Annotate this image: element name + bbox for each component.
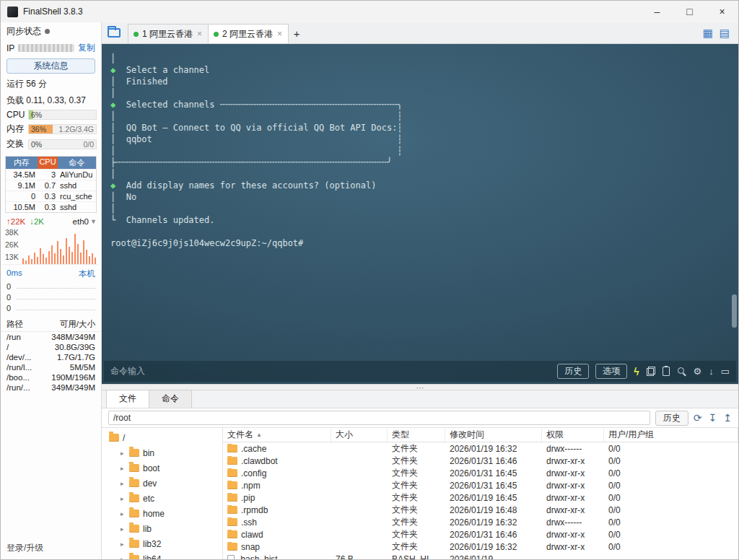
paste-icon[interactable] — [663, 367, 670, 376]
history-button[interactable]: 历史 — [557, 364, 589, 379]
process-row[interactable]: 9.1M0.7sshd — [6, 180, 96, 191]
command-input[interactable]: 命令输入 — [110, 365, 551, 377]
cpu-meter: 6% — [28, 110, 97, 120]
process-row[interactable]: 00.3rcu_sche — [6, 191, 96, 201]
refresh-icon[interactable]: ⟳ — [694, 412, 702, 424]
file-row[interactable]: .rpmdb文件夹2026/01/19 16:48drwxr-xr-x0/0 — [223, 504, 738, 516]
col-type[interactable]: 类型 — [388, 428, 445, 442]
disk-row[interactable]: /dev/...1.7G/1.7G — [1, 352, 101, 362]
layout-rows-icon[interactable]: ▤ — [720, 27, 730, 40]
tree-item-lib[interactable]: ▸lib — [102, 521, 222, 536]
uptime-row: 运行 56 分 — [1, 75, 101, 92]
options-button[interactable]: 选项 — [595, 364, 627, 379]
tree-item-label: etc — [143, 494, 154, 504]
file-row[interactable]: snap文件夹2026/01/19 16:32drwxr-xr-x0/0 — [223, 541, 738, 553]
tree-item-dev[interactable]: ▸dev — [102, 476, 222, 491]
ping-target[interactable]: 本机 — [79, 268, 95, 279]
file-row[interactable]: .clawdbot文件夹2026/01/31 16:46drwxr-xr-x0/… — [223, 455, 738, 467]
quick-command-bolt-icon[interactable]: ϟ — [634, 366, 639, 377]
col-mtime[interactable]: 修改时间 — [445, 428, 542, 442]
tree-expand-chevron-icon[interactable]: ▸ — [121, 556, 126, 560]
panel-splitter[interactable]: ⋯ — [102, 384, 738, 390]
disk-col-path[interactable]: 路径 — [6, 319, 23, 330]
disk-row[interactable]: /run/...349M/349M — [1, 382, 101, 393]
col-size[interactable]: 大小 — [331, 428, 388, 442]
tree-expand-chevron-icon[interactable]: ▸ — [121, 450, 126, 457]
window-toggle-icon[interactable]: ▭ — [721, 366, 730, 377]
layout-grid-icon[interactable]: ▦ — [703, 27, 713, 40]
folder-icon — [227, 518, 237, 526]
process-col-cpu[interactable]: CPU — [38, 157, 58, 169]
process-row[interactable]: 10.5M0.3sshd — [6, 201, 96, 212]
tab-files[interactable]: 文件 — [106, 390, 149, 408]
close-button[interactable]: × — [706, 1, 738, 22]
maximize-button[interactable]: □ — [673, 1, 706, 22]
file-name: .pip — [241, 493, 255, 503]
tree-expand-chevron-icon[interactable]: ▸ — [121, 480, 126, 487]
download-icon[interactable]: ↓ — [709, 366, 714, 377]
tree-item-etc[interactable]: ▸etc — [102, 491, 222, 506]
file-row[interactable]: .npm文件夹2026/01/31 16:45drwxr-xr-x0/0 — [223, 479, 738, 491]
terminal-scrollbar-thumb[interactable] — [732, 294, 737, 328]
tree-expand-chevron-icon[interactable]: ▸ — [121, 525, 126, 533]
col-owner[interactable]: 用户/用户组 — [604, 428, 738, 442]
tab-close-icon[interactable]: × — [196, 29, 203, 39]
net-interface-select[interactable]: eth0 ▼ — [73, 217, 95, 226]
tab-commands[interactable]: 命令 — [149, 390, 192, 408]
disk-row[interactable]: /30.8G/39G — [1, 342, 101, 352]
disk-row[interactable]: /boo...190M/196M — [1, 372, 101, 382]
terminal-line: │ No — [110, 191, 738, 203]
login-upgrade-link[interactable]: 登录/升级 — [6, 542, 43, 554]
tree-item-lib64[interactable]: ▸lib64 — [102, 551, 222, 559]
file-row[interactable]: clawd文件夹2026/01/31 16:46drwxr-xr-x0/0 — [223, 528, 738, 541]
file-owner-cell: 0/0 — [604, 444, 738, 454]
col-filename[interactable]: 文件名▲ — [223, 428, 331, 442]
process-col-mem[interactable]: 内存 — [6, 157, 38, 169]
download-file-icon[interactable]: ↧ — [709, 412, 717, 424]
col-perm[interactable]: 权限 — [542, 428, 604, 442]
tree-item-home[interactable]: ▸home — [102, 506, 222, 521]
new-tab-button[interactable]: + — [288, 24, 305, 43]
file-row[interactable]: .bash_hist...76 BBASH_HI...2026/01/19 — [223, 553, 738, 559]
copy-ip-button[interactable]: 复制 — [78, 42, 95, 54]
path-input[interactable]: /root — [108, 411, 650, 425]
tree-item-label: lib — [143, 524, 152, 534]
connection-manager-folder-icon[interactable] — [108, 28, 121, 38]
path-history-button[interactable]: 历史 — [655, 411, 688, 426]
tree-item-label: lib32 — [143, 539, 161, 549]
tree-expand-chevron-icon[interactable]: ▸ — [121, 465, 126, 472]
session-tab-1[interactable]: 1 阿里云香港× — [128, 24, 209, 43]
file-row[interactable]: .config文件夹2026/01/31 16:45drwxr-xr-x0/0 — [223, 467, 738, 479]
gear-icon[interactable]: ⚙ — [694, 366, 702, 377]
tab-close-icon[interactable]: × — [276, 29, 283, 39]
tree-expand-chevron-icon[interactable]: ▸ — [121, 495, 126, 502]
uptime-text: 运行 56 分 — [6, 78, 47, 90]
process-row[interactable]: 34.5M3AliYunDu — [6, 169, 96, 180]
disk-col-size[interactable]: 可用/大小 — [60, 319, 95, 330]
terminal-output[interactable]: │◆ Select a channel│ Finished│◆ Selected… — [102, 44, 738, 361]
tree-item-boot[interactable]: ▸boot — [102, 460, 222, 476]
process-cell: rcu_sche — [58, 191, 96, 201]
minimize-button[interactable]: – — [641, 1, 673, 22]
tree-root-item[interactable]: / — [102, 430, 222, 445]
tree-item-bin[interactable]: ▸bin — [102, 445, 222, 460]
file-name-cell: .pip — [223, 493, 331, 503]
terminal-panel[interactable]: │◆ Select a channel│ Finished│◆ Selected… — [102, 44, 738, 384]
copy-icon[interactable] — [647, 367, 655, 376]
file-row[interactable]: .ssh文件夹2026/01/19 16:32drwx------0/0 — [223, 516, 738, 528]
terminal-scrollbar[interactable] — [731, 47, 738, 356]
disk-row[interactable]: /run348M/349M — [1, 332, 101, 342]
file-name-cell: .ssh — [223, 517, 331, 528]
upload-file-icon[interactable]: ↥ — [723, 412, 732, 424]
search-icon[interactable] — [677, 367, 686, 376]
file-row[interactable]: .pip文件夹2026/01/19 16:45drwxr-xr-x0/0 — [223, 491, 738, 504]
tree-item-label: lib64 — [143, 554, 161, 560]
disk-row[interactable]: /run/l...5M/5M — [1, 362, 101, 372]
tree-item-lib32[interactable]: ▸lib32 — [102, 536, 222, 551]
process-col-cmd[interactable]: 命令 — [58, 157, 96, 169]
tree-expand-chevron-icon[interactable]: ▸ — [121, 510, 126, 517]
tree-expand-chevron-icon[interactable]: ▸ — [121, 541, 126, 548]
session-tab-2[interactable]: 2 阿里云香港× — [208, 24, 289, 43]
system-info-button[interactable]: 系统信息 — [6, 58, 95, 74]
file-row[interactable]: .cache文件夹2026/01/19 16:32drwx------0/0 — [223, 442, 738, 455]
